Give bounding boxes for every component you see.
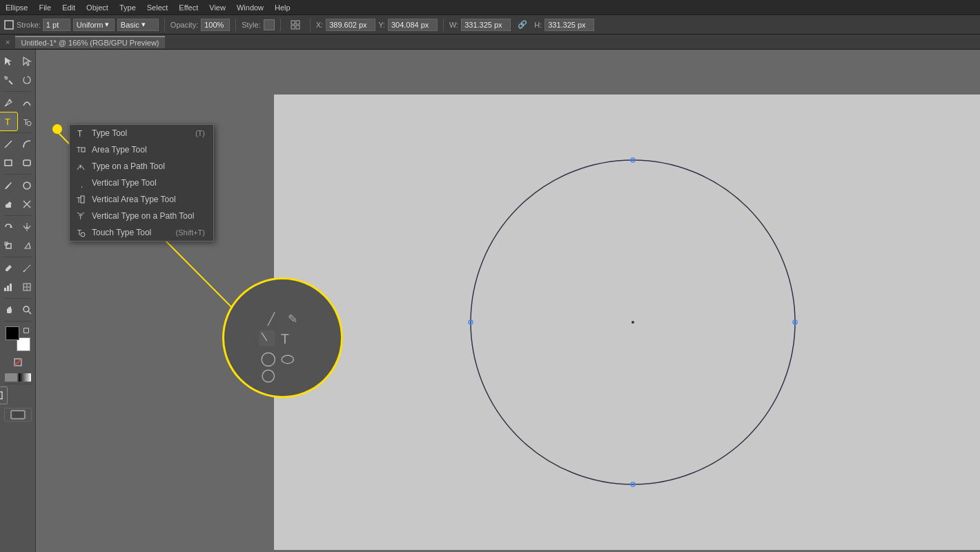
menu-object[interactable]: Object [86,3,108,12]
stroke-uniform-dropdown[interactable]: Uniform ▾ [73,19,115,31]
menu-window[interactable]: Window [237,3,264,12]
stroke-input[interactable] [43,19,70,31]
menu-ellipse[interactable]: Ellipse [6,3,28,12]
pen-tool[interactable] [0,94,17,112]
color-selector[interactable] [6,326,30,351]
menu-select[interactable]: Select [147,3,168,12]
stroke-color-swatch[interactable] [4,20,14,30]
reflect-tool[interactable] [18,218,36,236]
eraser-tool[interactable] [0,195,17,213]
stroke-profile-dropdown[interactable]: Basic ▾ [117,19,159,31]
hand-tool[interactable] [0,301,17,319]
screen-mode-button[interactable] [4,408,32,422]
sep-5 [4,257,32,257]
vertical-type-icon: T [75,177,86,188]
curvature-tool[interactable] [18,94,36,112]
direct-selection-tool[interactable] [18,52,36,70]
rectangle-tool[interactable] [0,154,17,172]
foreground-color-box[interactable] [6,326,19,340]
menu-type[interactable]: Type [119,3,136,12]
left-toolbar: T T [0,50,36,552]
swap-colors-icon[interactable] [23,328,29,333]
magic-wand-tool[interactable] [0,71,17,89]
w-input[interactable] [461,19,511,31]
paintbrush-tool[interactable] [0,177,17,195]
link-icon[interactable]: 🔗 [513,16,531,34]
type-tool-label: Type Tool [92,128,127,138]
sep-1 [4,91,32,92]
svg-line-35 [28,311,31,314]
document-tab[interactable]: Untitled-1* @ 166% (RGB/GPU Preview) [15,36,164,48]
dropdown-arrow: ▾ [105,20,109,29]
y-input[interactable] [388,19,438,31]
zoom-tool[interactable] [18,301,36,319]
draw-normal-button[interactable] [0,386,8,404]
touch-type-tool[interactable]: T [18,112,36,130]
scissors-tool[interactable] [18,195,36,213]
vertical-area-icon: T [75,194,86,205]
sep4 [310,19,311,31]
no-fill-button[interactable] [9,353,27,371]
x-input[interactable] [326,19,375,31]
align-icon[interactable] [286,16,304,34]
gradient-mode-button[interactable] [19,373,31,382]
arc-tool[interactable] [18,135,36,153]
svg-point-34 [23,306,29,312]
h-input[interactable] [545,19,594,31]
type-path-tool-item[interactable]: T Type on a Path Tool [70,158,213,175]
area-type-tool-item[interactable]: T Area Type Tool [70,141,213,158]
color-mode-button[interactable] [5,373,17,382]
blob-brush-tool[interactable] [18,177,36,195]
opacity-input[interactable] [201,19,230,31]
draw-behind-button[interactable] [9,386,27,404]
svg-text:T: T [5,117,10,127]
menu-edit[interactable]: Edit [62,3,75,12]
svg-point-17 [23,182,30,189]
menu-bar: Ellipse File Edit Object Type Select Eff… [0,0,980,15]
area-type-icon: T [75,144,86,155]
vertical-type-item[interactable]: T Vertical Type Tool [70,175,213,191]
type-tool[interactable]: T [0,112,17,130]
menu-effect[interactable]: Effect [179,3,198,12]
rounded-rect-tool[interactable] [18,154,36,172]
measure-tool[interactable] [18,259,36,277]
svg-rect-30 [10,284,12,291]
svg-text:T: T [79,164,82,170]
type-tool-item[interactable]: T Type Tool (T) [70,125,213,141]
menu-help[interactable]: Help [275,3,291,12]
svg-rect-40 [12,412,23,417]
lasso-tool[interactable] [18,71,36,89]
vertical-area-label: Vertical Area Type Tool [92,195,176,204]
vertical-type-path-item[interactable]: T Vertical Type on a Path Tool [70,208,213,224]
style-swatch[interactable] [264,19,275,30]
bar-chart-tool[interactable] [0,278,17,296]
eyedropper-tool[interactable] [0,259,17,277]
close-tab-icon[interactable]: × [6,38,10,46]
document-canvas[interactable] [274,95,980,550]
svg-text:T: T [281,332,289,346]
magnified-tools-svg: ╱ ✎ T [224,277,341,398]
scale-tool[interactable] [0,237,17,255]
menu-file[interactable]: File [39,3,51,12]
svg-text:T: T [77,129,83,138]
sep3 [280,19,281,31]
stroke-weight-box[interactable]: Stroke: 1 pt [17,19,70,31]
shear-tool[interactable] [18,237,36,255]
vertical-area-type-item[interactable]: T Vertical Area Type Tool [70,191,213,208]
line-tool[interactable] [0,135,17,153]
svg-rect-23 [6,244,11,248]
touch-type-item[interactable]: T Touch Type Tool (Shift+T) [70,224,213,241]
opacity-label: Opacity: [170,21,198,29]
menu-view[interactable]: View [209,3,226,12]
svg-line-37 [14,359,21,366]
sep-6 [4,298,32,299]
profile-label: Basic [121,21,139,29]
sep1 [164,19,165,31]
selection-tool[interactable] [0,52,17,70]
rotate-tool[interactable] [0,218,17,236]
stroke-label: Stroke: [17,21,41,29]
svg-marker-25 [25,243,30,248]
svg-rect-28 [4,288,6,291]
slice-tool[interactable] [18,278,36,296]
svg-rect-38 [0,392,2,399]
